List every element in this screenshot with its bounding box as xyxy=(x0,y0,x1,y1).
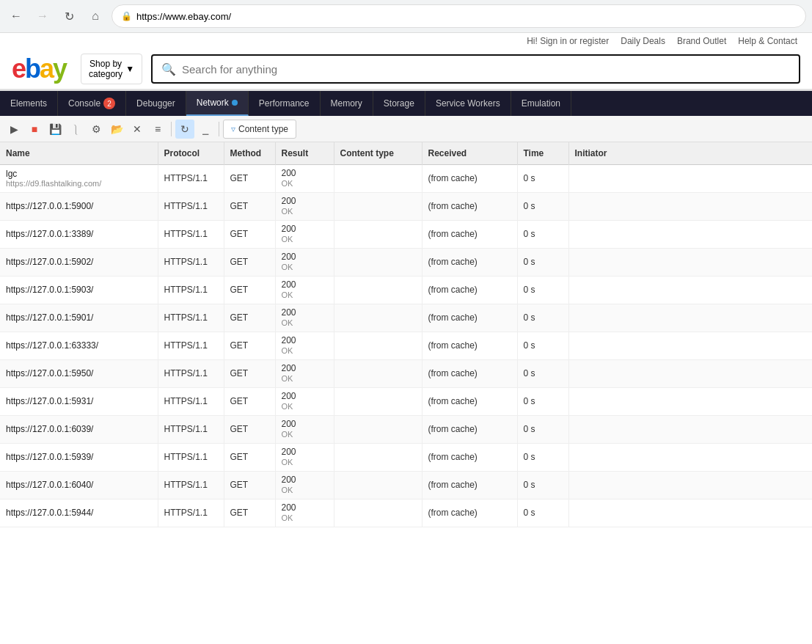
content-type-filter-button[interactable]: ▿ Content type xyxy=(223,120,296,139)
tab-memory[interactable]: Memory xyxy=(321,91,373,116)
shop-by-label: Shop bycategory xyxy=(89,59,122,79)
performance-button[interactable]: ⎱ xyxy=(66,120,85,139)
search-input[interactable] xyxy=(182,63,790,76)
sign-in-link[interactable]: Sign in xyxy=(540,36,567,46)
tab-performance[interactable]: Performance xyxy=(249,91,321,116)
ebay-top-nav: Hi! Sign in or register Daily Deals Bran… xyxy=(0,33,812,49)
block-button[interactable]: ⎯ xyxy=(196,120,215,139)
table-row[interactable]: https://127.0.0.1:6040/HTTPS/1.1GET200OK… xyxy=(0,471,812,499)
forward-button[interactable]: → xyxy=(32,6,53,26)
col-header-protocol[interactable]: Protocol xyxy=(158,142,224,164)
col-header-name[interactable]: Name xyxy=(0,142,158,164)
clear-button[interactable]: ✕ xyxy=(128,120,147,139)
search-icon: 🔍 xyxy=(161,62,176,76)
resume-button[interactable]: ▶ xyxy=(4,120,23,139)
table-row[interactable]: https://127.0.0.1:5903/HTTPS/1.1GET200OK… xyxy=(0,276,812,304)
help-contact-link[interactable]: Help & Contact xyxy=(738,36,797,46)
address-bar: 🔒 xyxy=(111,4,806,28)
col-header-method[interactable]: Method xyxy=(224,142,275,164)
table-row[interactable]: https://127.0.0.1:5950/HTTPS/1.1GET200OK… xyxy=(0,359,812,387)
network-table: Name Protocol Method Result Content type… xyxy=(0,142,812,527)
col-header-time[interactable]: Time xyxy=(517,142,568,164)
lock-icon: 🔒 xyxy=(121,11,132,21)
table-row[interactable]: https://127.0.0.1:63333/HTTPS/1.1GET200O… xyxy=(0,332,812,359)
table-row[interactable]: lgchttps://d9.flashtalking.com/HTTPS/1.1… xyxy=(0,164,812,192)
back-button[interactable]: ← xyxy=(6,6,26,26)
shop-by-category-button[interactable]: Shop bycategory ▼ xyxy=(81,54,142,84)
toolbar-separator xyxy=(171,122,172,136)
network-table-body: lgchttps://d9.flashtalking.com/HTTPS/1.1… xyxy=(0,164,812,527)
network-record-icon xyxy=(232,100,238,106)
toolbar-separator-2 xyxy=(219,122,219,136)
devtools-panel: Elements Console 2 Debugger Network Perf… xyxy=(0,89,812,637)
filter-toggle-button[interactable]: ≡ xyxy=(148,120,167,139)
console-badge: 2 xyxy=(103,98,115,109)
ebay-main-nav: ebay Shop bycategory ▼ 🔍 xyxy=(0,49,812,89)
col-header-initiator[interactable]: Initiator xyxy=(568,142,812,164)
table-row[interactable]: https://127.0.0.1:5931/HTTPS/1.1GET200OK… xyxy=(0,387,812,415)
home-button[interactable]: ⌂ xyxy=(85,6,106,26)
devtools-tabs: Elements Console 2 Debugger Network Perf… xyxy=(0,91,812,116)
tab-service-workers[interactable]: Service Workers xyxy=(425,91,511,116)
table-row[interactable]: https://127.0.0.1:5901/HTTPS/1.1GET200OK… xyxy=(0,304,812,332)
refresh-button[interactable]: ↻ xyxy=(59,6,79,26)
daily-deals-link[interactable]: Daily Deals xyxy=(621,36,665,46)
col-header-result[interactable]: Result xyxy=(275,142,334,164)
filter-icon: ▿ xyxy=(231,124,235,134)
tab-emulation[interactable]: Emulation xyxy=(511,91,571,116)
tab-elements[interactable]: Elements xyxy=(0,91,58,116)
devtools-toolbar: ▶ ■ 💾 ⎱ ⚙ 📂 ✕ ≡ ↻ ⎯ ▿ Content type xyxy=(0,116,812,142)
ebay-logo: ebay xyxy=(12,54,66,84)
register-link[interactable]: register xyxy=(579,36,609,46)
tab-network[interactable]: Network xyxy=(186,91,249,116)
browser-chrome: ← → ↻ ⌂ 🔒 xyxy=(0,0,812,33)
brand-outlet-link[interactable]: Brand Outlet xyxy=(677,36,726,46)
stop-button[interactable]: ■ xyxy=(25,120,44,139)
settings-button[interactable]: ⚙ xyxy=(87,120,106,139)
redirect-button[interactable]: ↻ xyxy=(175,120,194,139)
table-row[interactable]: https://127.0.0.1:5944/HTTPS/1.1GET200OK… xyxy=(0,499,812,527)
table-row[interactable]: https://127.0.0.1:5902/HTTPS/1.1GET200OK… xyxy=(0,248,812,276)
table-row[interactable]: https://127.0.0.1:5939/HTTPS/1.1GET200OK… xyxy=(0,443,812,471)
table-row[interactable]: https://127.0.0.1:6039/HTTPS/1.1GET200OK… xyxy=(0,415,812,443)
network-table-container: Name Protocol Method Result Content type… xyxy=(0,142,812,637)
greeting-text: Hi! Sign in or register xyxy=(527,36,609,46)
chevron-down-icon: ▼ xyxy=(125,64,134,74)
address-input[interactable] xyxy=(136,11,797,22)
content-type-filter-label: Content type xyxy=(238,124,288,134)
table-row[interactable]: https://127.0.0.1:3389/HTTPS/1.1GET200OK… xyxy=(0,220,812,248)
table-header-row: Name Protocol Method Result Content type… xyxy=(0,142,812,164)
search-bar: 🔍 xyxy=(151,54,800,84)
col-header-received[interactable]: Received xyxy=(422,142,517,164)
ebay-header: Hi! Sign in or register Daily Deals Bran… xyxy=(0,33,812,89)
browser-toolbar: ← → ↻ ⌂ 🔒 xyxy=(0,0,812,32)
table-row[interactable]: https://127.0.0.1:5900/HTTPS/1.1GET200OK… xyxy=(0,192,812,220)
save-log-button[interactable]: 💾 xyxy=(45,120,65,139)
col-header-content-type[interactable]: Content type xyxy=(334,142,422,164)
tab-debugger[interactable]: Debugger xyxy=(126,91,186,116)
tab-console[interactable]: Console 2 xyxy=(58,91,126,116)
import-button[interactable]: 📂 xyxy=(107,120,126,139)
tab-storage[interactable]: Storage xyxy=(373,91,425,116)
